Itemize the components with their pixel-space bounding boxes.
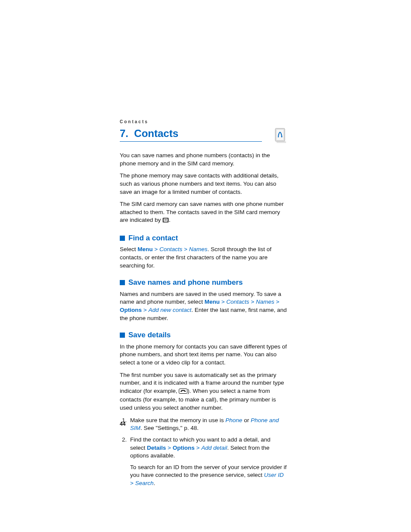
svg-rect-1 <box>276 129 284 140</box>
save-details-paragraph-2: The first number you save is automatical… <box>120 371 287 412</box>
menu-path-user-id: User ID <box>264 472 284 478</box>
svg-point-2 <box>281 136 283 137</box>
menu-path-contacts: Contacts <box>159 246 182 252</box>
menu-path-names: Names <box>189 246 208 252</box>
menu-path-names: Names <box>256 299 274 305</box>
step-2-sub: To search for an ID from the server of y… <box>130 464 287 488</box>
section-title: Find a contact <box>128 233 178 243</box>
menu-path-contacts: Contacts <box>226 299 249 305</box>
section-heading-save-details: Save details <box>120 330 287 340</box>
menu-path-options: Options <box>173 445 195 451</box>
step-1: Make sure that the memory in use is Phon… <box>128 417 287 432</box>
intro-paragraph-1: You can save names and phone numbers (co… <box>120 152 287 168</box>
svg-rect-3 <box>277 141 286 143</box>
find-contact-paragraph: Select Menu > Contacts > Names. Scroll t… <box>120 246 287 270</box>
chapter-header-row: 7. Contacts <box>120 128 287 144</box>
intro-paragraph-2: The phone memory may save contacts with … <box>120 172 287 196</box>
section-heading-find: Find a contact <box>120 233 287 243</box>
save-names-paragraph: Names and numbers are saved in the used … <box>120 290 287 323</box>
menu-path-menu: Menu <box>205 299 220 305</box>
menu-path-add-detail: Add detail <box>201 445 227 451</box>
contacts-app-icon <box>274 128 287 144</box>
body-content: You can save names and phone numbers (co… <box>120 152 287 488</box>
manual-page: Contacts 7. Contacts You can save names … <box>0 0 411 532</box>
option-phone: Phone <box>225 417 242 423</box>
intro-paragraph-3: The SIM card memory can save names with … <box>120 200 287 225</box>
section-bullet-icon <box>120 280 125 285</box>
menu-path-details: Details <box>147 445 166 451</box>
svg-rect-7 <box>165 220 167 221</box>
section-bullet-icon <box>120 333 125 338</box>
menu-path-add-new-contact: Add new contact <box>148 307 191 313</box>
phone-type-icon <box>179 388 187 396</box>
chapter-name: Contacts <box>134 128 178 139</box>
chapter-number: 7. <box>120 128 128 139</box>
svg-rect-8 <box>179 389 187 393</box>
section-bullet-icon <box>120 236 125 241</box>
sim-card-icon <box>162 217 169 225</box>
menu-path-options: Options <box>120 307 142 313</box>
save-details-steps: Make sure that the memory in use is Phon… <box>126 417 287 488</box>
section-heading-save-names: Save names and phone numbers <box>120 277 287 287</box>
svg-rect-6 <box>165 219 167 220</box>
save-details-paragraph-1: In the phone memory for contacts you can… <box>120 343 287 367</box>
section-title: Save details <box>128 330 171 340</box>
page-number: 44 <box>120 421 125 427</box>
menu-path-menu: Menu <box>137 246 153 252</box>
chapter-title: 7. Contacts <box>120 128 262 142</box>
step-2: Find the contact to which you want to ad… <box>128 436 287 488</box>
menu-path-search: Search <box>135 480 154 486</box>
running-head: Contacts <box>120 119 149 124</box>
section-title: Save names and phone numbers <box>128 277 243 287</box>
